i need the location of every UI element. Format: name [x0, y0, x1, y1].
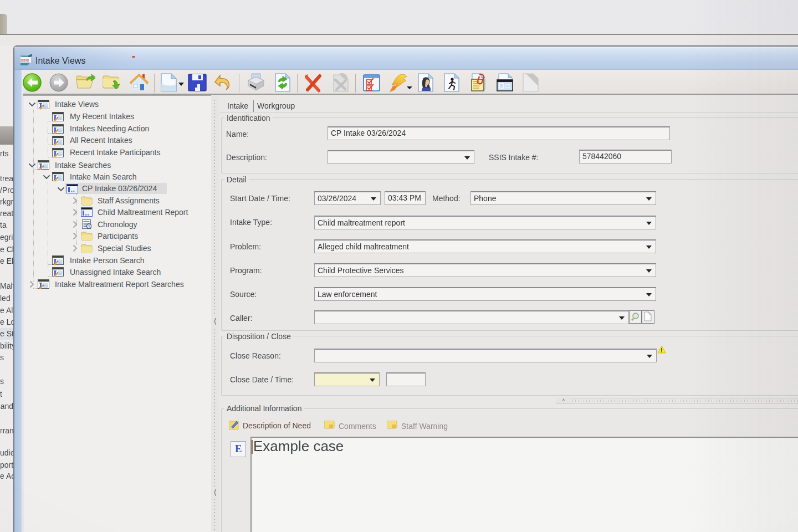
svg-text:ssis: ssis [21, 58, 29, 63]
